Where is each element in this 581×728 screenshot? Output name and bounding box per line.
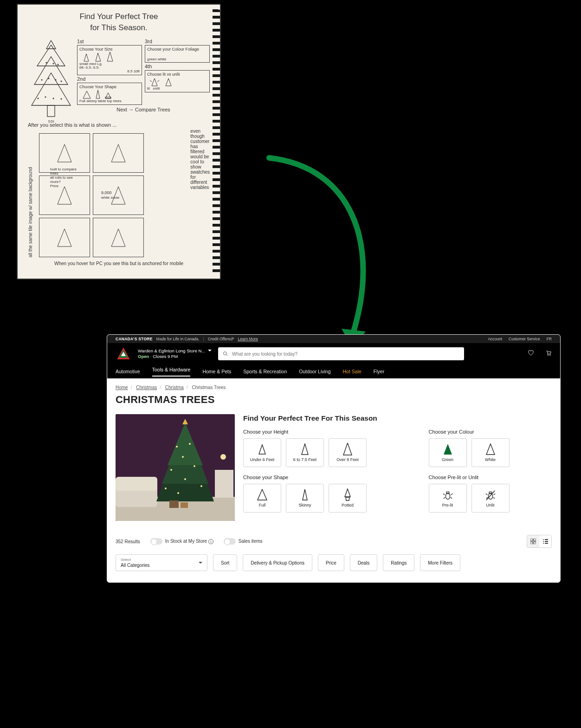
sketch-big-tree: SSI	[28, 40, 74, 119]
price-filter-button[interactable]: Price	[318, 554, 344, 571]
toggle-in-stock[interactable]: In Stock at My Storei	[150, 538, 213, 545]
lit-option-prelit[interactable]: Pre-lit	[429, 484, 467, 513]
wishlist-button[interactable]	[528, 350, 534, 358]
opt-label: Full	[259, 503, 266, 507]
more-filters-button[interactable]: More Filters	[420, 554, 460, 571]
category-nav: Automotive Tools & Hardware Home & Pets …	[107, 364, 560, 378]
opt-label: Pre-lit	[442, 503, 453, 507]
svg-line-14	[157, 80, 159, 82]
cart-button[interactable]	[545, 350, 552, 358]
page-title: CHRISTMAS TREES	[116, 394, 552, 406]
svg-line-55	[493, 498, 495, 499]
sketch-cell	[93, 133, 144, 173]
svg-rect-26	[116, 477, 157, 491]
shape-option-full[interactable]: Full	[243, 484, 281, 513]
store-selector[interactable]: Warden & Eglinton Long Store N... Open ·…	[138, 348, 212, 359]
tree-outline-icon	[484, 443, 497, 455]
svg-point-3	[53, 63, 54, 65]
finder-title: Find Your Perfect Tree For This Season	[243, 414, 552, 422]
svg-point-39	[177, 492, 179, 494]
opt-label: Unlit	[486, 503, 495, 507]
sketch-label-4th: 4th	[145, 64, 210, 69]
sketch-box-lit: Choose lit vs unlit lit unlit	[145, 70, 210, 92]
svg-point-5	[41, 79, 43, 81]
ratings-filter-button[interactable]: Ratings	[383, 554, 414, 571]
crumb-christma[interactable]: Christma	[165, 385, 184, 390]
height-option-under-6[interactable]: Under 6 Feet	[243, 438, 281, 467]
deals-filter-button[interactable]: Deals	[350, 554, 378, 571]
svg-point-33	[182, 456, 184, 458]
sketch-bottom-note: When you hover for PC you see this but i…	[28, 261, 210, 266]
sort-button[interactable]: Sort	[213, 554, 237, 571]
search-input[interactable]	[232, 351, 459, 357]
header-main-row: Warden & Eglinton Long Store N... Open ·…	[107, 343, 560, 364]
heart-icon	[528, 350, 534, 356]
customer-service-link[interactable]: Customer Service	[509, 337, 540, 341]
sketch-box-shape-title: Choose Your Shape	[79, 85, 140, 89]
svg-point-9	[38, 98, 39, 99]
sketch-label-1st: 1st	[77, 39, 142, 44]
height-option-6-7[interactable]: 6 to 7.5 Feet	[286, 438, 324, 467]
store-name: Warden & Eglinton Long Store N...	[138, 348, 205, 353]
opt-label: White	[485, 457, 496, 462]
info-icon[interactable]: i	[208, 539, 213, 544]
crumb-current: Christmas Trees	[192, 385, 226, 390]
svg-point-10	[45, 97, 46, 98]
account-link[interactable]: Account	[488, 337, 502, 341]
sketch-box-size-title: Choose Your Size	[79, 47, 140, 52]
colour-option-green[interactable]: Green	[429, 438, 467, 467]
toggle-sales-items[interactable]: Sales items	[224, 538, 263, 545]
ui-screenshot-panel: CANADA'S STORE Made for Life in Canada. …	[107, 334, 561, 583]
category-select[interactable]: Select All Categories	[116, 554, 207, 571]
switch-icon	[224, 538, 236, 545]
nav-flyer[interactable]: Flyer	[374, 369, 384, 374]
svg-point-4	[58, 64, 59, 65]
bulb-on-icon	[442, 489, 454, 501]
sketch-grid-note-1: 9,000while snow	[101, 190, 119, 200]
svg-line-48	[443, 498, 445, 499]
height-option-over-8[interactable]: Over 8 Feet	[329, 438, 367, 467]
svg-rect-57	[530, 539, 533, 541]
svg-point-6	[48, 78, 50, 79]
svg-point-36	[184, 478, 186, 480]
svg-point-11	[53, 98, 54, 99]
grid-view-button[interactable]	[527, 535, 539, 547]
brand-label: CANADA'S STORE	[116, 337, 153, 341]
nav-tools-hardware[interactable]: Tools & Hardware	[152, 367, 191, 377]
sketch-cell	[93, 218, 144, 257]
opt-label: Green	[442, 457, 453, 462]
switch-icon	[150, 538, 162, 545]
svg-rect-66	[545, 543, 548, 544]
svg-line-53	[493, 494, 495, 495]
svg-point-31	[176, 446, 178, 448]
learn-more-link[interactable]: Learn More	[238, 337, 258, 341]
nav-sports-recreation[interactable]: Sports & Recreation	[243, 369, 287, 374]
shape-option-skinny[interactable]: Skinny	[286, 484, 324, 513]
svg-point-12	[61, 98, 62, 100]
svg-point-2	[46, 62, 47, 64]
svg-point-44	[445, 493, 450, 499]
delivery-pickup-button[interactable]: Delivery & Pickup Options	[243, 554, 312, 571]
language-toggle[interactable]: FR	[547, 337, 552, 341]
shape-option-potted[interactable]: Potted	[329, 484, 367, 513]
opt-label: 6 to 7.5 Feet	[293, 457, 317, 462]
store-status: Open	[138, 354, 149, 359]
svg-point-65	[543, 543, 544, 544]
colour-option-white[interactable]: White	[471, 438, 510, 467]
svg-rect-64	[545, 541, 548, 542]
search-icon	[223, 351, 228, 357]
crumb-christmas[interactable]: Christmas	[136, 385, 157, 390]
nav-hot-sale[interactable]: Hot Sale	[343, 369, 362, 374]
nav-outdoor-living[interactable]: Outdoor Living	[299, 369, 330, 374]
list-view-button[interactable]	[539, 535, 551, 547]
nav-automotive[interactable]: Automotive	[116, 369, 140, 374]
sketch-label-2nd: 2nd	[77, 76, 142, 82]
lit-option-unlit[interactable]: Unlit	[471, 484, 510, 513]
hero-image	[116, 414, 235, 521]
crumb-home[interactable]: Home	[116, 385, 128, 390]
nav-home-pets[interactable]: Home & Pets	[202, 369, 231, 374]
search-bar[interactable]	[218, 347, 464, 360]
svg-point-37	[165, 488, 167, 489]
utility-bar: CANADA'S STORE Made for Life in Canada. …	[107, 335, 560, 343]
store-logo[interactable]	[116, 346, 131, 362]
